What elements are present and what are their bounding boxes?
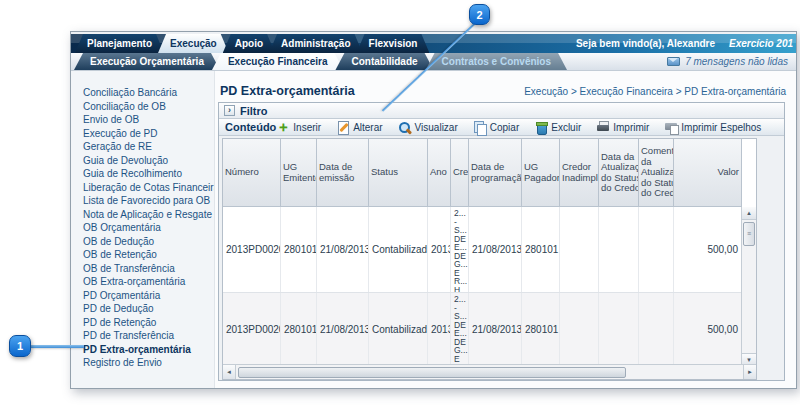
column-header-valor: Valor <box>674 139 742 207</box>
filter-label: Filtro <box>240 105 268 117</box>
top-tab-execucao[interactable]: Execução <box>158 34 229 53</box>
main-content: PD Extra-orçamentária Execução > Execuçã… <box>215 71 796 388</box>
horizontal-scroll-thumb[interactable] <box>238 367 626 378</box>
cell-status: Contabilizado <box>369 293 428 365</box>
sidebar-item-ob-de-transferencia[interactable]: OB de Transferência <box>71 262 214 276</box>
content-panel: Filtro Conteúdo InserirAlterarVisualizar… <box>218 102 785 381</box>
sidebar-item-conciliacao-bancaria[interactable]: Conciliação Bancária <box>71 86 214 100</box>
copiar-label: Copiar <box>490 122 519 133</box>
cell-valor: 500,00 <box>674 293 742 365</box>
copiar-button[interactable]: Copiar <box>473 121 519 134</box>
sidebar-item-envio-de-ob[interactable]: Envio de OB <box>71 113 214 127</box>
module-tabs: Execução OrçamentáriaExecução Financeira… <box>71 53 567 70</box>
sidebar-item-nota-de-aplicacao-e-resgate[interactable]: Nota de Aplicação e Resgate <box>71 208 214 222</box>
horizontal-scrollbar[interactable] <box>223 364 756 379</box>
imprimir-label: Imprimir <box>613 122 649 133</box>
vertical-scrollbar[interactable] <box>741 207 756 366</box>
module-tab-contabilidade[interactable]: Contabilidade <box>335 53 433 70</box>
column-header-ano: Ano <box>428 139 451 207</box>
scroll-right-arrow-icon[interactable] <box>743 365 756 379</box>
breadcrumb: Execução > Execução Financeira > PD Extr… <box>524 84 786 97</box>
imprimir-button[interactable]: Imprimir <box>596 121 649 134</box>
magnifier-icon <box>398 121 412 134</box>
module-tab-execucao-financeira[interactable]: Execução Financeira <box>212 53 344 70</box>
data-table: NúmeroUG EmitenteData de emissãoStatusAn… <box>222 138 757 380</box>
alterar-button[interactable]: Alterar <box>336 121 382 134</box>
sidebar-item-guia-de-recolhimento[interactable]: Guia de Recolhimento <box>71 167 214 181</box>
scroll-up-arrow-icon[interactable] <box>742 207 756 220</box>
cell-comentario_atualizacao_status <box>639 293 674 365</box>
content-toolbar: Conteúdo InserirAlterarVisualizarCopiarE… <box>219 119 784 136</box>
scroll-left-arrow-icon[interactable] <box>223 365 236 379</box>
sidebar-item-pd-orcamentaria[interactable]: PD Orçamentária <box>71 289 214 303</box>
cell-numero: 2013PD00207 <box>223 207 281 292</box>
printer-icon <box>596 121 610 134</box>
excluir-label: Excluir <box>551 122 581 133</box>
table-header-row: NúmeroUG EmitenteData de emissãoStatusAn… <box>223 139 756 207</box>
callout-line-1 <box>30 345 84 348</box>
module-tab-contratos-e-convenios[interactable]: Contratos e Convênios <box>426 53 567 70</box>
sidebar-item-ob-orcamentaria[interactable]: OB Orçamentária <box>71 221 214 235</box>
printer-mirror-icon <box>664 121 678 134</box>
top-tab-administracao[interactable]: Administração <box>269 34 362 53</box>
column-header-ug-pagadora: UG Pagadora <box>522 139 560 207</box>
unread-messages-label: 7 mensagens não lidas <box>685 56 788 67</box>
sidebar-item-registro-de-envio[interactable]: Registro de Envio <box>71 356 214 370</box>
sidebar-item-liberacao-de-cotas-financeiras[interactable]: Liberação de Cotas Financeiras <box>71 181 214 195</box>
cell-data_atualizacao_status <box>599 207 639 292</box>
alterar-label: Alterar <box>353 122 382 133</box>
cell-comentario_atualizacao_status <box>639 207 674 292</box>
toolbar-buttons: InserirAlterarVisualizarCopiarExcluirImp… <box>276 121 797 134</box>
sidebar-item-pd-de-retencao[interactable]: PD de Retenção <box>71 316 214 330</box>
vertical-scroll-thumb[interactable] <box>743 222 755 246</box>
cell-status: Contabilizado <box>369 207 428 292</box>
cell-ug_emitente: 280101 <box>281 293 317 365</box>
sidebar-item-ob-de-retencao[interactable]: OB de Retenção <box>71 248 214 262</box>
cell-ano: 2013 <box>428 293 451 365</box>
sidebar-item-guia-de-devolucao[interactable]: Guia de Devolução <box>71 154 214 168</box>
callout-badge-2: 2 <box>469 4 490 25</box>
table-body: 2013PD0020728010121/08/2013Contabilizado… <box>223 207 742 366</box>
inserir-button[interactable]: Inserir <box>276 121 321 134</box>
title-row: PD Extra-orçamentária Execução > Execuçã… <box>220 84 786 98</box>
cell-data_programacao: 21/08/2013 <box>469 293 522 365</box>
table-row[interactable]: 2013PD0020628010121/08/2013Contabilizado… <box>223 293 742 366</box>
welcome-text: Seja bem vindo(a), Alexandre <box>576 38 715 49</box>
sidebar-item-pd-de-deducao[interactable]: PD de Dedução <box>71 302 214 316</box>
exercise-label: Exercício 201 <box>729 38 793 49</box>
visualizar-label: Visualizar <box>415 122 458 133</box>
insert-plus-icon <box>276 121 290 134</box>
callout-badge-1: 1 <box>9 335 31 357</box>
imprimir-espelhos-label: Imprimir Espelhos <box>681 122 761 133</box>
cell-ug_emitente: 280101 <box>281 207 317 292</box>
sidebar-item-ob-extra-orcamentaria[interactable]: OB Extra-orçamentária <box>71 275 214 289</box>
visualizar-button[interactable]: Visualizar <box>398 121 458 134</box>
filter-expand-button chevron-expand-icon[interactable] <box>224 105 235 116</box>
top-tab-apoio[interactable]: Apoio <box>223 34 275 53</box>
column-header-status: Status <box>369 139 428 207</box>
edit-pencil-icon <box>336 121 350 134</box>
sidebar-item-pd-extra-orcamentaria[interactable]: PD Extra-orçamentária <box>71 343 214 357</box>
screenshot-canvas: PlanejamentoExecuçãoApoioAdministraçãoFl… <box>0 0 800 417</box>
sidebar-item-conciliacao-de-ob[interactable]: Conciliação de OB <box>71 100 214 114</box>
table-row[interactable]: 2013PD0020728010121/08/2013Contabilizado… <box>223 207 742 293</box>
cell-data_emissao: 21/08/2013 <box>317 293 369 365</box>
sidebar-item-lista-de-favorecido-para-ob[interactable]: Lista de Favorecido para OB <box>71 194 214 208</box>
top-tab-planejamento[interactable]: Planejamento <box>75 34 164 53</box>
sidebar-item-execucao-de-pd[interactable]: Execução de PD <box>71 127 214 141</box>
unread-messages-link[interactable]: 7 mensagens não lidas <box>667 53 796 70</box>
sidebar-item-pd-de-transferencia[interactable]: PD de Transferência <box>71 329 214 343</box>
column-header-credor: Credor <box>451 139 469 207</box>
cell-ug_pagadora: 280101 <box>522 207 560 292</box>
column-header-comentario-da-atualizacao-do-status-do-credor: Comentário da Atualização do Status do C… <box>639 139 674 207</box>
sidebar-item-ob-de-deducao[interactable]: OB de Dedução <box>71 235 214 249</box>
top-nav-right: Seja bem vindo(a), Alexandre Exercício 2… <box>576 34 796 53</box>
sidebar-item-geracao-de-re[interactable]: Geração de RE <box>71 140 214 154</box>
cell-valor: 500,00 <box>674 207 742 292</box>
module-tab-execucao-orcamentaria[interactable]: Execução Orçamentária <box>74 53 220 70</box>
sidebar-menu: Conciliação BancáriaConciliação de OBEnv… <box>71 71 215 388</box>
excluir-button[interactable]: Excluir <box>534 121 581 134</box>
column-header-data-da-atualizacao-do-status-do-credor: Data da Atualização do Status do Credor <box>599 139 639 207</box>
top-tab-flexvision[interactable]: Flexvision <box>357 34 430 53</box>
imprimir-espelhos-button[interactable]: Imprimir Espelhos <box>664 121 761 134</box>
